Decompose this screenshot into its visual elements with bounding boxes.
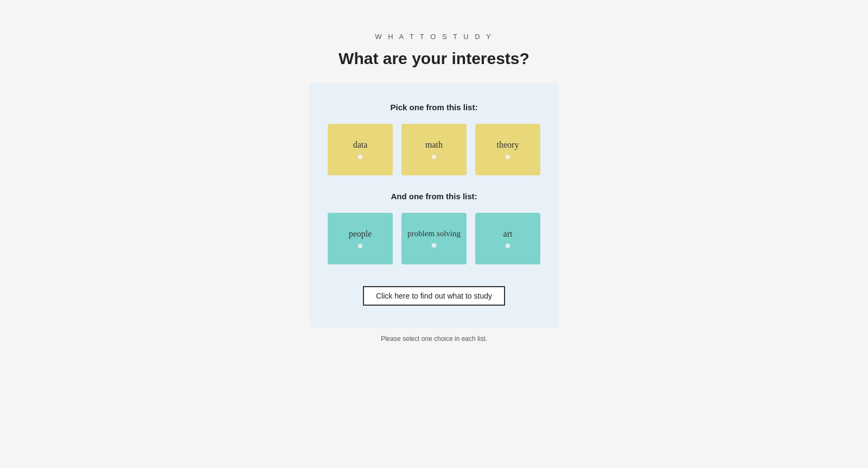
- list2-label: And one from this list:: [391, 192, 477, 201]
- choice-data[interactable]: data: [328, 124, 393, 175]
- choice-people[interactable]: people: [328, 213, 393, 264]
- choice-data-dot: [358, 154, 363, 160]
- choice-people-dot: [358, 243, 363, 249]
- page-subtitle: W H A T T O S T U D Y: [375, 33, 493, 41]
- choice-art[interactable]: art: [475, 213, 540, 264]
- choice-art-dot: [505, 243, 510, 249]
- page-title: What are your interests?: [339, 49, 529, 68]
- list2-choices: people problem solving art: [328, 213, 540, 264]
- choice-theory-label: theory: [497, 140, 519, 150]
- list1-choices: data math theory: [328, 124, 540, 175]
- list1-label: Pick one from this list:: [391, 103, 478, 112]
- choice-math-label: math: [425, 140, 443, 150]
- choice-math[interactable]: math: [401, 124, 467, 175]
- main-card: Pick one from this list: data math theor…: [309, 83, 559, 327]
- choice-data-label: data: [353, 140, 368, 150]
- choice-art-label: art: [503, 229, 513, 239]
- choice-problem-solving-label: problem solving: [407, 229, 461, 238]
- error-message: Please select one choice in each list.: [381, 335, 487, 343]
- choice-theory[interactable]: theory: [475, 124, 540, 175]
- choice-theory-dot: [505, 154, 510, 160]
- submit-button[interactable]: Click here to find out what to study: [363, 286, 505, 306]
- choice-people-label: people: [349, 229, 372, 239]
- choice-problem-solving[interactable]: problem solving: [401, 213, 467, 264]
- choice-problem-solving-dot: [431, 243, 437, 248]
- choice-math-dot: [431, 154, 437, 160]
